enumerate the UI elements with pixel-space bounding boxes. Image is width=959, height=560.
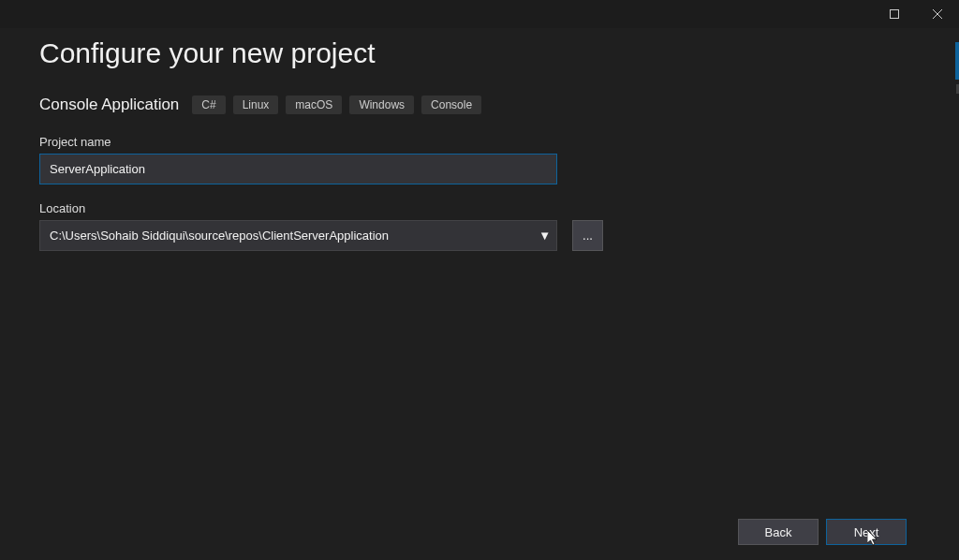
content-area: Configure your new project Console Appli…	[0, 28, 959, 251]
close-icon	[933, 9, 942, 19]
next-label: Next	[854, 525, 879, 539]
tag-console: Console	[421, 96, 481, 114]
chevron-down-icon: ▼	[539, 228, 551, 243]
tag-macos: macOS	[286, 96, 342, 114]
back-label: Back	[765, 525, 792, 539]
side-accent	[955, 42, 959, 80]
location-select[interactable]: C:\Users\Sohaib Siddiqui\source\repos\Cl…	[39, 220, 557, 251]
template-tags: C# Linux macOS Windows Console	[192, 96, 481, 114]
template-name: Console Application	[39, 96, 179, 114]
next-button[interactable]: Next	[826, 519, 907, 545]
browse-button[interactable]: ...	[572, 220, 603, 251]
svg-rect-0	[891, 10, 899, 19]
window-titlebar	[0, 0, 959, 28]
maximize-button[interactable]	[873, 0, 916, 28]
footer-buttons: Back Next	[738, 519, 907, 545]
project-name-input[interactable]	[39, 154, 557, 184]
location-label: Location	[39, 201, 920, 215]
close-button[interactable]	[916, 0, 959, 28]
maximize-icon	[890, 9, 899, 19]
project-name-label: Project name	[39, 135, 920, 149]
back-button[interactable]: Back	[738, 519, 819, 545]
tag-csharp: C#	[192, 96, 225, 114]
location-row: C:\Users\Sohaib Siddiqui\source\repos\Cl…	[39, 220, 920, 251]
tag-linux: Linux	[233, 96, 279, 114]
tag-windows: Windows	[349, 96, 414, 114]
template-row: Console Application C# Linux macOS Windo…	[39, 96, 920, 114]
page-title: Configure your new project	[39, 37, 920, 69]
location-value: C:\Users\Sohaib Siddiqui\source\repos\Cl…	[50, 228, 389, 243]
browse-label: ...	[583, 228, 593, 243]
